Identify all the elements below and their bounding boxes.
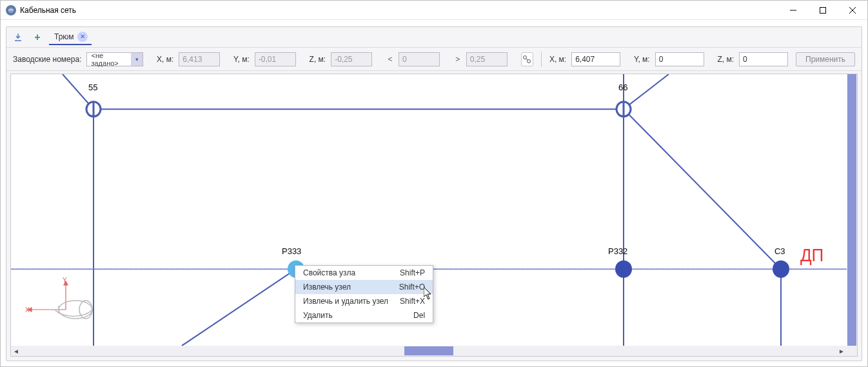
dp-label: ДП <box>800 245 824 265</box>
chevron-down-icon: ▾ <box>131 53 143 66</box>
svg-line-8 <box>526 59 528 60</box>
ctx-shortcut: Shift+P <box>400 268 425 277</box>
y-ro-input <box>255 52 296 66</box>
plus-icon: + <box>34 32 40 43</box>
svg-rect-2 <box>820 8 826 14</box>
ctx-item-extract-delete[interactable]: Извлечь и удалить узел Shift+X <box>295 294 433 308</box>
nav-next-icon[interactable]: > <box>453 55 462 64</box>
serial-label: Заводские номера: <box>13 55 81 64</box>
svg-point-7 <box>528 59 531 63</box>
svg-point-6 <box>524 55 527 59</box>
nav-prev-input <box>399 52 440 66</box>
x-label: X, м: <box>549 55 566 64</box>
x-ro-input <box>179 52 220 66</box>
canvas-wrap: 55 66 Р333 Р332 С3 ДП <box>10 74 858 357</box>
svg-point-0 <box>8 8 14 13</box>
export-icon[interactable] <box>10 30 26 45</box>
ctx-shortcut: Del <box>413 311 425 320</box>
ctx-label: Удалить <box>303 311 333 320</box>
scroll-left-icon[interactable]: ◄ <box>11 346 21 356</box>
y-label: Y, м: <box>634 55 650 64</box>
node-label-p332: Р332 <box>608 246 627 256</box>
ctx-label: Извлечь узел <box>303 283 351 292</box>
svg-point-26 <box>615 261 632 278</box>
ctx-label: Извлечь и удалить узел <box>303 297 388 306</box>
svg-point-27 <box>773 261 789 278</box>
scroll-corner <box>847 346 857 356</box>
minimize-button[interactable] <box>778 1 808 20</box>
ctx-item-extract[interactable]: Извлечь узел Shift+O <box>295 280 433 294</box>
app-icon <box>6 5 16 15</box>
z-ro-label: Z, м: <box>310 55 326 64</box>
diagram-canvas[interactable]: 55 66 Р333 Р332 С3 ДП <box>11 74 847 346</box>
tab-label: Трюм <box>54 32 74 41</box>
svg-line-20 <box>182 269 296 346</box>
apply-button[interactable]: Применить <box>796 52 855 66</box>
ctx-shortcut: Shift+X <box>400 297 425 306</box>
ctx-label: Свойства узла <box>303 268 355 277</box>
ctx-shortcut: Shift+O <box>399 283 425 292</box>
node-label-c3: С3 <box>774 246 785 256</box>
svg-line-14 <box>624 74 669 109</box>
link-icon[interactable] <box>521 52 534 66</box>
toolbar: Заводские номера: <не задано> ▾ X, м: Y,… <box>6 48 862 71</box>
nav-next-input <box>466 52 508 66</box>
node-label-66: 66 <box>618 83 627 92</box>
close-button[interactable] <box>838 1 867 20</box>
tab-hold[interactable]: Трюм ✕ <box>49 30 92 45</box>
context-menu: Свойства узла Shift+P Извлечь узел Shift… <box>295 265 433 323</box>
scroll-right-icon[interactable]: ► <box>836 346 847 356</box>
y-ro-label: Y, м: <box>233 55 250 64</box>
window-title: Кабельная сеть <box>20 6 76 15</box>
z-input[interactable] <box>739 52 788 66</box>
titlebar: Кабельная сеть <box>1 1 867 20</box>
add-tab-button[interactable]: + <box>30 30 45 45</box>
ctx-item-properties[interactable]: Свойства узла Shift+P <box>295 266 433 280</box>
serial-select-value: <не задано> <box>87 52 131 67</box>
serial-select[interactable]: <не задано> ▾ <box>86 52 143 66</box>
horizontal-scrollbar[interactable]: ◄ ► <box>11 346 847 356</box>
x-ro-label: X, м: <box>157 55 173 64</box>
node-label-p333: Р333 <box>282 246 301 256</box>
node-label-55: 55 <box>88 83 97 92</box>
tabstrip: + Трюм ✕ <box>6 27 862 48</box>
z-label: Z, м: <box>717 55 734 64</box>
x-input[interactable] <box>571 52 620 66</box>
maximize-button[interactable] <box>808 1 838 20</box>
tab-close-icon[interactable]: ✕ <box>77 32 88 42</box>
ctx-item-delete[interactable]: Удалить Del <box>295 308 433 322</box>
nav-prev-icon[interactable]: < <box>386 55 395 64</box>
vertical-scrollbar[interactable] <box>847 74 857 346</box>
svg-line-16 <box>624 109 781 269</box>
z-ro-input <box>331 52 372 66</box>
y-input[interactable] <box>655 52 704 66</box>
